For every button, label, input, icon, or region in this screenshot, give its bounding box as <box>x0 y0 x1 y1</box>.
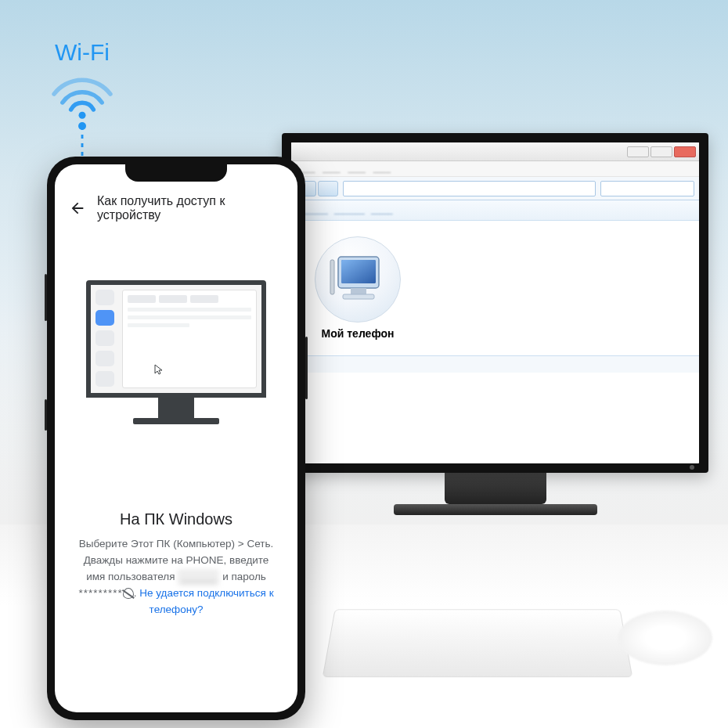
phone-side-button <box>45 399 47 431</box>
phone-body: На ПК Windows Выберите Этот ПК (Компьюте… <box>55 233 297 712</box>
monitor-bezel: ____ ____ ____ ____ _______ _______ ____… <box>282 133 708 473</box>
svg-rect-6 <box>343 294 374 299</box>
keyboard <box>323 609 633 677</box>
instruction-line-3a: пользователя <box>108 571 175 582</box>
svg-point-0 <box>79 112 86 119</box>
window-body: Мой телефон <box>291 221 699 355</box>
phone-notch <box>125 164 227 182</box>
menu-item[interactable]: ____ <box>348 164 366 173</box>
phone-side-button <box>45 274 47 321</box>
monitor-stand <box>445 473 546 504</box>
coffee-cup <box>618 611 712 665</box>
computer-device-icon <box>315 236 401 323</box>
monitor-power-led <box>690 465 694 470</box>
phone-side-button <box>305 337 308 399</box>
password-masked: ********* <box>78 587 122 599</box>
username-masked: ______ <box>178 569 219 586</box>
window-statusbar <box>291 355 699 373</box>
window-minimize-button[interactable] <box>627 146 649 157</box>
window-titlebar <box>291 142 699 161</box>
svg-rect-4 <box>341 260 376 283</box>
address-input[interactable] <box>343 181 596 196</box>
section-text: Выберите Этот ПК (Компьютер) > Сеть. Два… <box>72 536 280 618</box>
monitor-screen: ____ ____ ____ ____ _______ _______ ____… <box>291 142 699 463</box>
svg-rect-7 <box>330 260 334 294</box>
toolbar-item[interactable]: _____ <box>371 206 393 214</box>
phone-screen: Как получить доступ к устройству <box>55 164 297 712</box>
window-addressbar <box>291 177 699 200</box>
cursor-icon <box>154 364 164 375</box>
instruction-line-1: Выберите Этот ПК (Компьютер) > Сеть. <box>79 538 273 550</box>
wifi-indicator: Wi-Fi <box>47 39 117 119</box>
menu-item[interactable]: ____ <box>373 164 391 173</box>
svg-rect-5 <box>351 288 366 294</box>
page-title: Как получить доступ к устройству <box>97 194 283 222</box>
window-toolbar: _______ _______ _____ <box>291 200 699 221</box>
svg-point-1 <box>78 122 86 130</box>
toolbar-item[interactable]: _______ <box>334 206 365 214</box>
smartphone: Как получить доступ к устройству <box>47 157 305 720</box>
monitor-base <box>394 504 597 515</box>
search-input[interactable] <box>600 181 694 196</box>
visibility-off-icon <box>123 588 134 599</box>
window-maximize-button[interactable] <box>651 146 672 157</box>
section-title: На ПК Windows <box>120 510 232 528</box>
device-label: Мой телефон <box>322 327 395 340</box>
menu-item[interactable]: ____ <box>323 164 340 173</box>
help-link[interactable]: Не удается подключиться к телефону? <box>139 587 273 615</box>
instruction-line-3b: и пароль <box>222 571 266 582</box>
window-close-button[interactable] <box>674 146 696 157</box>
wifi-label: Wi-Fi <box>55 39 110 66</box>
window-menubar: ____ ____ ____ ____ <box>291 161 699 177</box>
wifi-icon <box>47 72 117 119</box>
nav-forward-button[interactable] <box>318 181 338 196</box>
illustration-monitor <box>86 280 266 424</box>
desktop-monitor: ____ ____ ____ ____ _______ _______ ____… <box>282 133 708 515</box>
back-button[interactable] <box>69 200 86 217</box>
network-device-item[interactable]: Мой телефон <box>307 236 409 340</box>
